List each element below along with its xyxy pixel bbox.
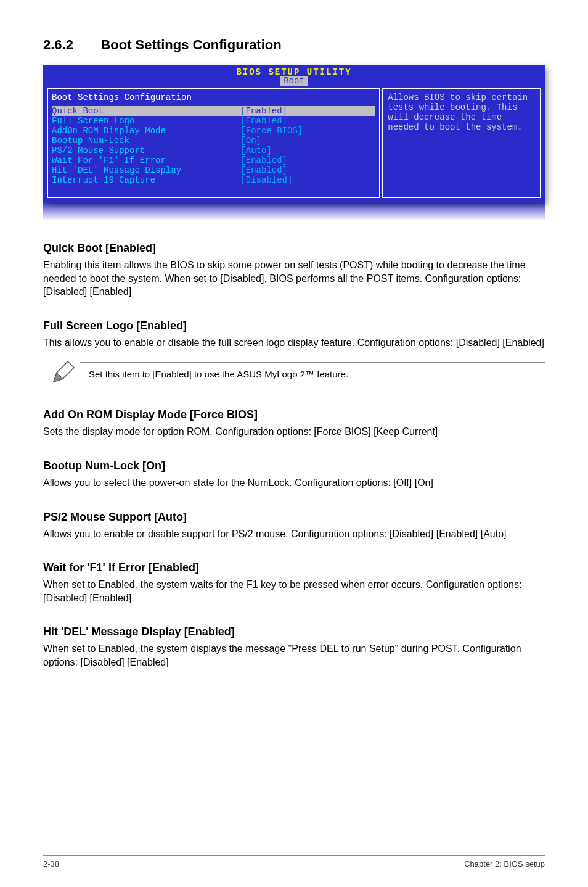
setting-heading: Quick Boot [Enabled]: [43, 242, 545, 255]
setting-heading: Hit 'DEL' Message Display [Enabled]: [43, 625, 545, 638]
page: 2.6.2 Boot Settings Configuration BIOS S…: [0, 0, 588, 887]
setting-description: Enabling this item allows the BIOS to sk…: [43, 258, 545, 299]
bios-setting-row: PS/2 Mouse Support [Auto]: [52, 146, 375, 155]
setting-heading: Bootup Num-Lock [On]: [43, 460, 545, 472]
bios-help-text: Allows BIOS to skip certain tests while …: [388, 93, 528, 132]
bios-shadow: [43, 202, 545, 221]
setting-description: When set to Enabled, the system displays…: [43, 642, 545, 669]
note-text: Set this item to [Enabled] to use the AS…: [80, 362, 545, 386]
bios-setting-row: Wait For 'F1' If Error [Enabled]: [52, 155, 375, 165]
bios-panels: Boot Settings Configuration Quick Boot […: [44, 86, 544, 202]
bios-setting-row: Full Screen Logo [Enabled]: [52, 116, 375, 126]
setting-heading: PS/2 Mouse Support [Auto]: [43, 511, 545, 524]
bios-setting-value: [On]: [240, 136, 375, 146]
bios-tab-bar: Boot: [44, 76, 544, 86]
section-title: Boot Settings Configuration: [100, 37, 281, 53]
pencil-icon: [51, 360, 80, 387]
bios-setting-label: Quick Boot: [52, 106, 240, 116]
note-callout: Set this item to [Enabled] to use the AS…: [51, 360, 545, 387]
bios-setting-label: Wait For 'F1' If Error: [52, 155, 240, 165]
bios-setting-label: Interrupt 19 Capture: [52, 175, 240, 185]
bios-setting-value: [Enabled]: [240, 106, 375, 116]
bios-setting-label: AddOn ROM Display Mode: [52, 126, 240, 136]
bios-help-panel: Allows BIOS to skip certain tests while …: [382, 88, 541, 198]
setting-description: This allows you to enable or disable the…: [43, 336, 545, 350]
bios-setting-row: Bootup Num-Lock [On]: [52, 136, 375, 146]
setting-description: Allows you to enable or disable support …: [43, 527, 545, 541]
bios-setting-value: [Disabled]: [240, 175, 375, 185]
setting-description: When set to Enabled, the system waits fo…: [43, 578, 545, 604]
page-number: 2-38: [43, 859, 59, 868]
bios-setting-value: [Auto]: [240, 146, 375, 155]
bios-setting-row: Interrupt 19 Capture [Disabled]: [52, 175, 375, 185]
setting-heading: Wait for 'F1' If Error [Enabled]: [43, 561, 545, 574]
bios-setting-label: Hit 'DEL' Message Display: [52, 165, 240, 175]
section-header: 2.6.2 Boot Settings Configuration: [43, 37, 545, 53]
bios-window: BIOS SETUP UTILITY Boot Boot Settings Co…: [43, 65, 545, 202]
bios-setting-value: [Force BIOS]: [240, 126, 375, 136]
bios-settings-panel: Boot Settings Configuration Quick Boot […: [47, 88, 380, 198]
bios-setting-label: Full Screen Logo: [52, 116, 240, 126]
bios-setting-value: [Enabled]: [240, 116, 375, 126]
bios-setting-row: AddOn ROM Display Mode [Force BIOS]: [52, 126, 375, 136]
bios-setting-row: Hit 'DEL' Message Display [Enabled]: [52, 165, 375, 175]
setting-heading: Add On ROM Display Mode [Force BIOS]: [43, 408, 545, 421]
bios-setting-label: Bootup Num-Lock: [52, 136, 240, 146]
bios-setting-value: [Enabled]: [240, 165, 375, 175]
bios-setting-value: [Enabled]: [240, 155, 375, 165]
setting-description: Allows you to select the power-on state …: [43, 476, 545, 490]
setting-heading: Full Screen Logo [Enabled]: [43, 320, 545, 332]
chapter-label: Chapter 2: BIOS setup: [464, 859, 545, 868]
bios-setting-row: Quick Boot [Enabled]: [52, 106, 375, 116]
setting-description: Sets the display mode for option ROM. Co…: [43, 425, 545, 439]
bios-panel-header: Boot Settings Configuration: [52, 93, 375, 102]
section-number: 2.6.2: [43, 37, 73, 53]
bios-setting-label: PS/2 Mouse Support: [52, 146, 240, 155]
page-footer: 2-38 Chapter 2: BIOS setup: [43, 855, 545, 868]
bios-active-tab: Boot: [280, 76, 308, 86]
